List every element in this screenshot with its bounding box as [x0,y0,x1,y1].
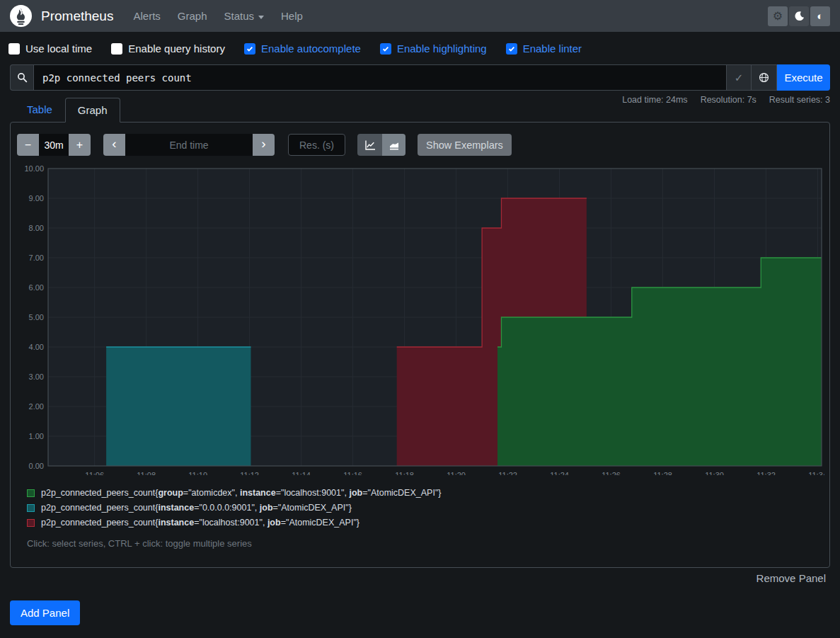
tab-graph[interactable]: Graph [65,98,120,123]
end-time-picker: ‹ › [103,134,275,156]
remove-panel-link[interactable]: Remove Panel [0,572,826,584]
chart[interactable]: 0.001.002.003.004.005.006.007.008.009.00… [17,165,823,478]
search-icon [10,64,33,91]
y-axis-label: 1.00 [29,432,44,440]
result-series: Result series: 3 [769,95,830,105]
nav-item-status[interactable]: Status [224,10,265,22]
duration-increase-button[interactable]: + [69,134,91,156]
query-bar: ✓ Execute [10,64,830,91]
end-time-input[interactable] [125,134,253,156]
query-stats: Load time: 24ms Resolution: 7s Result se… [622,95,830,105]
y-axis-label: 9.00 [29,194,44,203]
tab-table[interactable]: Table [14,97,65,122]
y-axis-label: 7.00 [29,254,44,262]
x-axis-label: 11:32 [756,471,776,475]
x-axis-label: 11:08 [137,471,156,475]
add-panel-button[interactable]: Add Panel [10,600,80,625]
y-axis-label: 3.00 [29,372,44,381]
y-axis-label: 0.00 [29,462,44,470]
option-label: Enable highlighting [397,42,487,55]
series-swatch-icon [27,519,35,527]
duration-stepper: − + [17,134,91,156]
x-axis-label: 11:12 [240,471,259,475]
stacked-graph-icon[interactable] [382,134,405,156]
show-exemplars-button[interactable]: Show Exemplars [418,134,512,156]
tabs-and-stats: Load time: 24ms Resolution: 7s Result se… [10,91,830,122]
checkbox-unchecked-icon[interactable] [111,43,122,55]
x-axis-label: 11:10 [188,471,207,475]
x-axis-label: 11:22 [498,471,517,475]
x-axis-label: 11:06 [85,471,104,475]
option-use-local-time[interactable]: Use local time [8,42,92,55]
checkbox-checked-icon[interactable] [380,43,391,55]
nav-item-help[interactable]: Help [281,10,303,22]
nav-menu: AlertsGraphStatusHelp [133,10,319,22]
y-axis-label: 4.00 [29,343,44,351]
time-forward-chevron-right[interactable]: › [253,134,275,156]
graph-panel: − + ‹ › Show Exemplars 0.001.002.003.004… [10,122,830,568]
query-valid-check-icon[interactable]: ✓ [727,64,752,91]
load-time: Load time: 24ms [622,95,687,105]
options-row: Use local timeEnable query historyEnable… [0,32,840,64]
legend-item-localhost-9001-atomicdex-api[interactable]: p2p_connected_peers_count{instance="loca… [27,518,823,528]
time-series-chart[interactable]: 0.001.002.003.004.005.006.007.008.009.00… [17,165,824,475]
y-axis-label: 6.00 [29,283,44,292]
y-axis-label: 2.00 [29,402,44,411]
caret-down-icon [258,16,264,19]
series-name: p2p_connected_peers_count{instance="0.0.… [41,503,352,513]
x-axis-label: 11:18 [395,471,414,475]
option-enable-query-history[interactable]: Enable query history [111,42,225,55]
legend-hint: Click: select series, CTRL + click: togg… [27,538,823,549]
x-axis-label: 11:30 [705,471,724,475]
execute-button[interactable]: Execute [777,64,830,91]
option-label: Use local time [25,42,92,55]
x-axis-label: 11:34 [808,471,824,475]
settings-gear-icon[interactable]: ⚙ [768,6,788,26]
option-enable-autocomplete[interactable]: Enable autocomplete [244,42,361,55]
option-enable-highlighting[interactable]: Enable highlighting [380,42,487,55]
series-swatch-icon [27,504,35,512]
series-area-0-0-0-0-9001-atomicdex-api[interactable] [106,347,251,466]
option-label: Enable query history [128,42,225,55]
navbar: Prometheus AlertsGraphStatusHelp ⚙ ◐ [0,0,840,32]
nav-item-alerts[interactable]: Alerts [133,10,160,22]
duration-input[interactable] [39,134,69,156]
x-axis-label: 11:26 [602,471,621,475]
legend-item-0-0-0-0-9001-atomicdex-api[interactable]: p2p_connected_peers_count{instance="0.0.… [27,503,823,513]
resolution: Resolution: 7s [701,95,756,105]
nav-item-graph[interactable]: Graph [178,10,207,22]
series-swatch-icon [27,489,35,497]
y-axis-label: 5.00 [29,313,44,321]
y-axis-label: 10.00 [24,165,44,173]
option-enable-linter[interactable]: Enable linter [506,42,582,55]
legend-item-atomicdex-localhost-9001-atomicdex-api[interactable]: p2p_connected_peers_count{group="atomicd… [27,488,823,498]
prometheus-logo-icon [10,5,32,27]
moon-icon [794,11,805,21]
checkbox-checked-icon[interactable] [244,43,255,55]
y-axis-label: 8.00 [29,224,44,232]
x-axis-label: 11:28 [653,471,672,475]
x-axis-label: 11:20 [447,471,466,475]
option-label: Enable linter [523,42,582,55]
graph-type-toggle [357,134,405,156]
resolution-input[interactable] [288,134,345,156]
x-axis-label: 11:24 [550,471,569,475]
query-expression-input[interactable] [33,64,727,91]
x-axis-label: 11:14 [292,471,311,475]
legend: p2p_connected_peers_count{group="atomicd… [27,488,823,528]
auto-theme-contrast-icon[interactable]: ◐ [810,6,830,26]
theme-button-group: ⚙ ◐ [768,6,830,26]
duration-decrease-button[interactable]: − [17,134,39,156]
option-label: Enable autocomplete [261,42,361,55]
dark-theme-moon-icon[interactable] [789,6,809,26]
time-back-chevron-left[interactable]: ‹ [103,134,125,156]
metrics-explorer-globe-icon[interactable] [752,64,777,91]
x-axis-label: 11:16 [343,471,362,475]
checkbox-unchecked-icon[interactable] [8,43,20,55]
line-graph-icon[interactable] [357,134,382,156]
brand-title[interactable]: Prometheus [41,8,113,24]
checkbox-checked-icon[interactable] [506,43,517,55]
graph-controls: − + ‹ › Show Exemplars [17,134,823,156]
series-name: p2p_connected_peers_count{instance="loca… [41,518,359,528]
series-name: p2p_connected_peers_count{group="atomicd… [41,488,442,498]
